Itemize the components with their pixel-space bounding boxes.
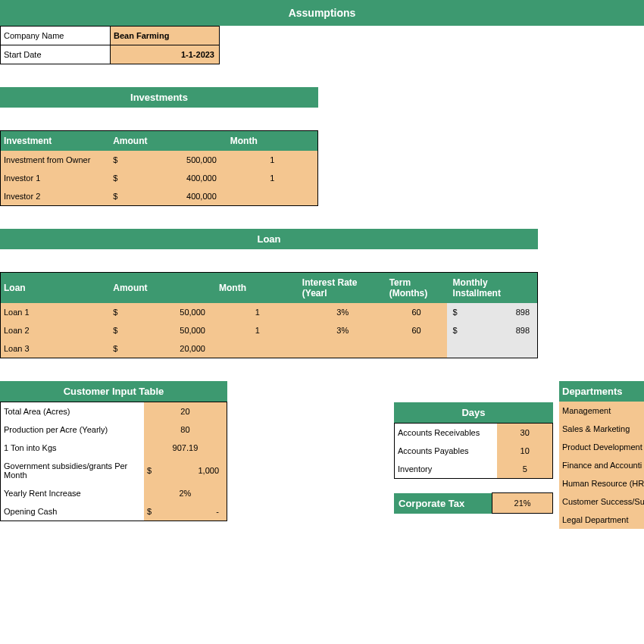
cell[interactable] xyxy=(386,339,447,358)
customer-input-banner: Customer Input Table xyxy=(0,381,227,402)
cell[interactable]: 3% xyxy=(299,303,386,321)
cell[interactable]: - xyxy=(216,507,224,516)
cell[interactable]: 80 xyxy=(144,420,227,439)
table-row: Investor 2 xyxy=(1,187,111,206)
table-row: Production per Acre (Yearly) xyxy=(1,420,144,439)
company-table: Company Name Bean Farming Start Date 1-1… xyxy=(0,26,220,64)
col-rate: Interest Rate (Yearl xyxy=(299,273,386,304)
table-row: Yearly Rent Increase xyxy=(1,484,144,502)
start-date-value[interactable]: 1-1-2023 xyxy=(111,45,220,64)
start-date-label: Start Date xyxy=(1,45,111,64)
table-row: Loan 2 xyxy=(1,321,111,339)
cell[interactable]: 400,000 xyxy=(186,174,224,183)
table-row: Total Area (Acres) xyxy=(1,402,144,421)
cell[interactable]: 3% xyxy=(299,321,386,339)
table-row: Inventory xyxy=(395,460,498,479)
table-row: Loan 1 xyxy=(1,303,111,321)
loan-table: Loan Amount Month Interest Rate (Yearl T… xyxy=(0,272,538,358)
list-item: Management xyxy=(559,402,644,420)
loan-banner: Loan xyxy=(0,229,538,249)
cell[interactable]: 50,000 xyxy=(180,326,213,335)
list-item: Customer Success/Sup xyxy=(559,492,644,511)
col-month: Month xyxy=(216,273,299,304)
table-row: Investment from Owner xyxy=(1,151,111,169)
company-name-label: Company Name xyxy=(1,27,111,45)
cell[interactable] xyxy=(227,187,318,206)
cell[interactable]: 500,000 xyxy=(186,155,224,164)
col-installment: Monthly Installment xyxy=(447,273,538,304)
company-name-value[interactable]: Bean Farming xyxy=(111,27,220,45)
days-banner: Days xyxy=(394,402,553,423)
cell[interactable]: 1 xyxy=(216,321,299,339)
cell[interactable]: 907.19 xyxy=(144,439,227,457)
cell[interactable] xyxy=(299,339,386,358)
list-item: Product Development xyxy=(559,438,644,456)
list-item: Human Resource (HR) xyxy=(559,474,644,492)
departments-panel: Departments Management Sales & Marketing… xyxy=(559,381,644,529)
cell[interactable]: 20,000 xyxy=(180,344,213,353)
cell[interactable]: 1 xyxy=(227,151,318,169)
table-row: Accounts Payables xyxy=(395,442,498,460)
investments-banner: Investments xyxy=(0,87,318,108)
corporate-tax-value[interactable]: 21% xyxy=(492,493,553,514)
table-row: Accounts Receivables xyxy=(395,424,498,442)
table-row: Opening Cash xyxy=(1,502,144,521)
list-item: Sales & Marketing xyxy=(559,420,644,438)
cell[interactable]: 20 xyxy=(144,402,227,421)
list-item: Finance and Accounti xyxy=(559,456,644,474)
list-item: Legal Department xyxy=(559,511,644,529)
table-row: Government subsidies/grants Per Month xyxy=(1,457,144,484)
col-amount: Amount xyxy=(110,131,227,152)
table-row: Loan 3 xyxy=(1,339,111,358)
days-panel: Days Accounts Receivables 30 Accounts Pa… xyxy=(394,381,553,529)
cell[interactable]: 1 xyxy=(216,303,299,321)
departments-banner: Departments xyxy=(559,381,644,402)
col-loan: Loan xyxy=(1,273,111,304)
assumptions-banner: Assumptions xyxy=(0,0,644,26)
col-amount: Amount xyxy=(110,273,216,304)
cell[interactable]: 400,000 xyxy=(186,192,224,201)
cell[interactable]: 60 xyxy=(386,321,447,339)
cell[interactable]: 10 xyxy=(497,442,552,460)
cell[interactable]: 5 xyxy=(497,460,552,479)
cell[interactable]: 1 xyxy=(227,169,318,187)
cell[interactable]: 2% xyxy=(144,484,227,502)
col-investment: Investment xyxy=(1,131,111,152)
investments-table: Investment Amount Month Investment from … xyxy=(0,130,318,206)
corporate-tax-row: Corporate Tax 21% xyxy=(394,492,553,514)
table-row: Investor 1 xyxy=(1,169,111,187)
cell: 898 xyxy=(516,326,534,335)
cell[interactable]: 60 xyxy=(386,303,447,321)
cell: 898 xyxy=(516,308,534,317)
table-row: 1 Ton into Kgs xyxy=(1,439,144,457)
corporate-tax-label: Corporate Tax xyxy=(394,493,492,514)
cell[interactable] xyxy=(216,339,299,358)
col-term: Term (Months) xyxy=(386,273,447,304)
cell[interactable]: 50,000 xyxy=(180,308,213,317)
customer-input-panel: Customer Input Table Total Area (Acres) … xyxy=(0,381,227,529)
cell[interactable]: 1,000 xyxy=(198,466,224,475)
cell[interactable]: 30 xyxy=(497,424,552,442)
col-month: Month xyxy=(227,131,318,152)
